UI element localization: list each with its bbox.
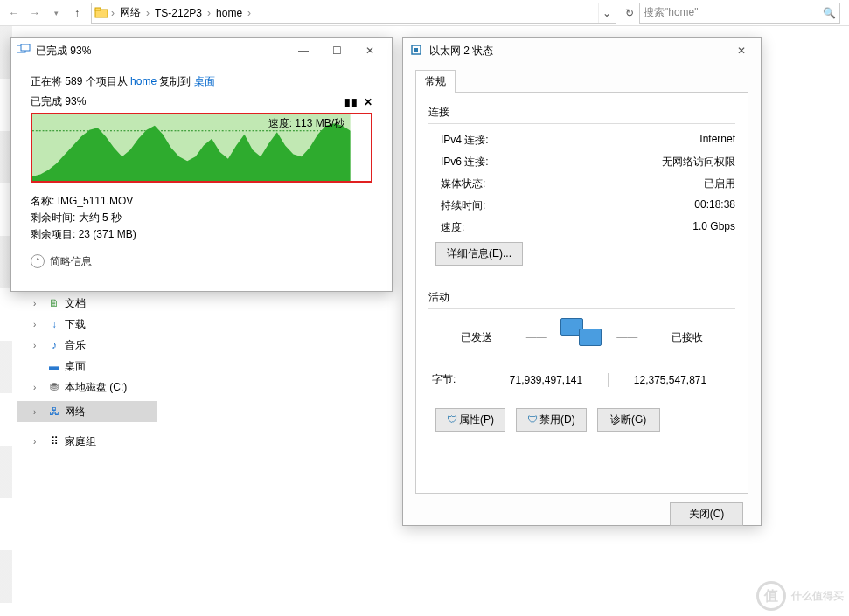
percent-label: 已完成 93% bbox=[31, 94, 86, 109]
caret-icon: › bbox=[33, 437, 44, 446]
computers-icon bbox=[558, 318, 607, 356]
address-bar[interactable]: › 网络 › TS-212P3 › home › ⌄ bbox=[91, 3, 616, 24]
tree-label: 下载 bbox=[65, 317, 86, 332]
tree-item-network[interactable]: ›🖧网络 bbox=[17, 401, 157, 422]
tab-general[interactable]: 常规 bbox=[415, 70, 456, 93]
refresh-button[interactable]: ↻ bbox=[620, 3, 639, 24]
caret-icon: › bbox=[33, 341, 44, 350]
sidebar-tree: ›🗎文档 ›↓下载 ›♪音乐 ▬桌面 ›⛃本地磁盘 (C:) ›🖧网络 ›⠿家庭… bbox=[17, 293, 157, 452]
bytes-label: 字节: bbox=[432, 372, 484, 387]
maximize-button[interactable]: ☐ bbox=[320, 40, 353, 61]
chevron-right-icon: › bbox=[205, 7, 212, 19]
copy-progress-dialog: 已完成 93% — ☐ ✕ 正在将 589 个项目从 home 复制到 桌面 已… bbox=[10, 37, 393, 292]
tree-item-documents[interactable]: ›🗎文档 bbox=[17, 293, 157, 314]
tree-label: 音乐 bbox=[65, 338, 86, 353]
network-adapter-icon bbox=[410, 44, 424, 58]
ipv4-value: Internet bbox=[699, 133, 735, 148]
address-dropdown[interactable]: ⌄ bbox=[598, 3, 614, 23]
speed-label: 速度: 113 MB/秒 bbox=[268, 116, 344, 131]
svg-rect-6 bbox=[351, 114, 371, 181]
disable-button[interactable]: 🛡禁用(D) bbox=[516, 408, 587, 432]
ipv4-label: IPv4 连接: bbox=[441, 133, 699, 148]
svg-rect-3 bbox=[21, 44, 30, 51]
close-button[interactable]: ✕ bbox=[353, 40, 386, 61]
tree-label: 文档 bbox=[65, 296, 86, 311]
folder-icon bbox=[94, 5, 109, 21]
tree-item-music[interactable]: ›♪音乐 bbox=[17, 335, 157, 356]
pause-button[interactable]: ▮▮ bbox=[344, 96, 358, 108]
music-icon: ♪ bbox=[47, 338, 61, 352]
back-button[interactable]: ← bbox=[3, 3, 24, 24]
download-icon: ↓ bbox=[47, 317, 61, 331]
tab-content: 连接 IPv4 连接:Internet IPv6 连接:无网络访问权限 媒体状态… bbox=[415, 92, 748, 494]
disk-icon: ⛃ bbox=[47, 380, 61, 394]
details-button[interactable]: 详细信息(E)... bbox=[435, 242, 523, 266]
properties-button[interactable]: 🛡属性(P) bbox=[435, 408, 505, 432]
tree-item-homegroup[interactable]: ›⠿家庭组 bbox=[17, 431, 157, 452]
breadcrumb[interactable]: TS-212P3 bbox=[151, 7, 205, 19]
dialog-title: 已完成 93% bbox=[36, 44, 287, 59]
stop-button[interactable]: ✕ bbox=[364, 96, 372, 108]
caret-icon: › bbox=[33, 407, 44, 417]
dialog-titlebar[interactable]: 以太网 2 状态 ✕ bbox=[403, 38, 761, 64]
tree-item-desktop[interactable]: ▬桌面 bbox=[17, 356, 157, 377]
tab-strip: 常规 bbox=[415, 69, 748, 92]
caret-icon: › bbox=[33, 383, 44, 392]
tree-label: 网络 bbox=[65, 405, 86, 419]
close-button[interactable]: ✕ bbox=[729, 41, 754, 60]
chevron-right-icon: › bbox=[144, 7, 151, 19]
bytes-row: 字节: 71,939,497,141 12,375,547,871 bbox=[428, 372, 735, 387]
dialog-titlebar[interactable]: 已完成 93% — ☐ ✕ bbox=[11, 38, 392, 64]
network-icon: 🖧 bbox=[47, 405, 61, 419]
breadcrumb[interactable]: 网络 bbox=[116, 5, 144, 20]
svg-rect-1 bbox=[95, 8, 101, 10]
speed-value: 1.0 Gbps bbox=[692, 220, 735, 235]
copy-icon bbox=[17, 44, 31, 58]
minimize-button[interactable]: — bbox=[287, 40, 320, 61]
explorer-toolbar: ← → ▾ ↑ › 网络 › TS-212P3 › home › ⌄ ↻ 搜索"… bbox=[0, 0, 849, 26]
sent-label: 已发送 bbox=[437, 330, 516, 345]
dest-link[interactable]: 桌面 bbox=[194, 75, 215, 87]
tree-item-downloads[interactable]: ›↓下载 bbox=[17, 314, 157, 335]
speed-chart: 速度: 113 MB/秒 bbox=[31, 113, 372, 183]
tree-label: 桌面 bbox=[65, 359, 86, 374]
copy-details: 名称: IMG_5111.MOV 剩余时间: 大约 5 秒 剩余项目: 23 (… bbox=[31, 193, 372, 244]
shield-icon: 🛡 bbox=[447, 413, 457, 426]
bytes-sent-value: 71,939,497,141 bbox=[484, 374, 608, 386]
desktop-icon: ▬ bbox=[47, 359, 61, 373]
activity-header: 已发送 —— —— 已接收 bbox=[428, 318, 735, 356]
ipv6-label: IPv6 连接: bbox=[441, 155, 662, 170]
document-icon: 🗎 bbox=[47, 296, 61, 310]
close-dialog-button[interactable]: 关闭(C) bbox=[670, 502, 743, 526]
media-value: 已启用 bbox=[704, 176, 735, 191]
chevron-right-icon: › bbox=[246, 7, 253, 19]
search-input[interactable]: 搜索"home" 🔍 bbox=[639, 3, 840, 24]
file-name-label: 名称: IMG_5111.MOV bbox=[31, 193, 372, 210]
source-link[interactable]: home bbox=[130, 75, 157, 87]
breadcrumb[interactable]: home bbox=[212, 7, 246, 19]
activity-group-label: 活动 bbox=[428, 290, 735, 305]
duration-value: 00:18:38 bbox=[694, 198, 735, 213]
ethernet-status-dialog: 以太网 2 状态 ✕ 常规 连接 IPv4 连接:Internet IPv6 连… bbox=[402, 37, 762, 526]
ipv6-value: 无网络访问权限 bbox=[662, 155, 735, 170]
shield-icon: 🛡 bbox=[527, 413, 538, 426]
svg-rect-8 bbox=[414, 48, 418, 52]
tree-label: 本地磁盘 (C:) bbox=[65, 380, 127, 395]
chevron-up-icon: ˄ bbox=[31, 254, 45, 268]
diagnose-button[interactable]: 诊断(G) bbox=[597, 408, 660, 432]
caret-icon: › bbox=[33, 320, 44, 329]
chevron-right-icon: › bbox=[109, 7, 116, 19]
forward-button[interactable]: → bbox=[24, 3, 45, 24]
dialog-title: 以太网 2 状态 bbox=[429, 44, 729, 59]
fewer-details-button[interactable]: ˄ 简略信息 bbox=[31, 254, 372, 269]
tree-item-local-disk[interactable]: ›⛃本地磁盘 (C:) bbox=[17, 377, 157, 398]
duration-label: 持续时间: bbox=[441, 198, 694, 213]
speed-label: 速度: bbox=[441, 220, 692, 235]
caret-icon: › bbox=[33, 299, 44, 308]
search-icon: 🔍 bbox=[823, 7, 836, 19]
up-button[interactable]: ↑ bbox=[66, 3, 87, 24]
recent-dropdown[interactable]: ▾ bbox=[45, 3, 66, 24]
time-remaining-label: 剩余时间: 大约 5 秒 bbox=[31, 210, 372, 226]
items-remaining-label: 剩余项目: 23 (371 MB) bbox=[31, 226, 372, 243]
search-placeholder: 搜索"home" bbox=[644, 5, 699, 20]
